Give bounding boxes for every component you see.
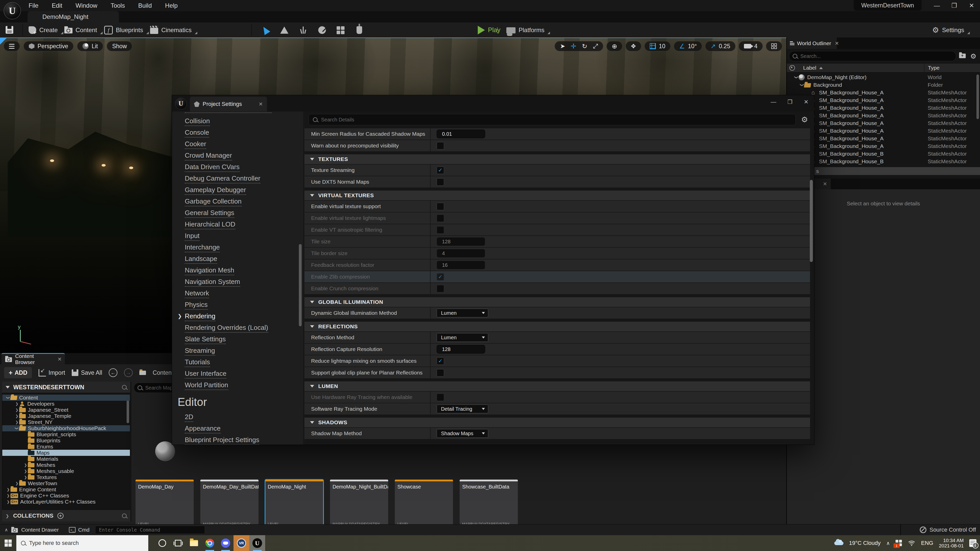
settings-nav-item[interactable]: Rendering Overrides (Local) [185, 324, 268, 332]
start-button[interactable] [0, 535, 16, 551]
settings-nav-item[interactable]: Blueprint Project Settings [185, 436, 259, 444]
checkbox[interactable] [437, 203, 444, 210]
asset-tile[interactable]: ShowcaseLEVEL [395, 480, 453, 528]
tree-row[interactable]: Blueprint_scripts [2, 431, 130, 437]
weather-icon[interactable] [834, 541, 843, 545]
input-indicator-icon[interactable]: 1 [896, 540, 902, 546]
dropdown[interactable]: Shadow Maps [437, 429, 488, 438]
source-control-status[interactable]: Source Control Off [920, 527, 976, 533]
console-command-input[interactable] [99, 527, 202, 533]
number-input[interactable]: 128 [437, 237, 485, 246]
outliner-settings-icon[interactable]: ⚙ [970, 52, 977, 60]
content-button[interactable]: Content [64, 22, 103, 38]
outliner-column-header[interactable]: Label Type [787, 63, 980, 73]
checkbox[interactable] [437, 142, 444, 149]
close-tab-icon[interactable]: ✕ [57, 356, 62, 362]
tree-row[interactable]: ❯Japanese_Temple [2, 413, 130, 419]
settings-nav-item[interactable]: Interchange [185, 243, 220, 251]
scale-tool-icon[interactable]: ⤢ [593, 42, 598, 50]
mesh-paint-mode-icon[interactable] [318, 25, 327, 35]
settings-nav-item[interactable]: Navigation Mesh [185, 266, 234, 274]
breadcrumb-item[interactable]: Content [153, 369, 173, 376]
settings-section-header[interactable]: TEXTURES [304, 154, 810, 164]
outliner-row[interactable]: ⌂SM_Background_House_AStaticMeshActor [787, 127, 980, 135]
minimize-button[interactable]: — [933, 2, 941, 9]
dialog-close-button[interactable]: ✕ [804, 99, 808, 105]
settings-row[interactable]: Enable Zlib compression✓ [304, 271, 810, 283]
checkbox[interactable] [437, 214, 444, 222]
tree-row[interactable]: ❯Meshes_usable [2, 468, 130, 474]
expander-icon[interactable]: ❯ [6, 395, 10, 400]
tree-row[interactable]: ❯SuburbNeighborhoodHousePack [2, 425, 130, 431]
menu-item-help[interactable]: Help [165, 2, 178, 9]
settings-nav-item[interactable]: User Interface [185, 370, 226, 378]
tree-row[interactable]: ❯C++ActorLayerUtilities C++ Classes [2, 499, 130, 505]
settings-nav-item[interactable]: Data Driven CVars [185, 163, 240, 171]
foliage-mode-icon[interactable] [299, 25, 308, 35]
file-explorer-button[interactable] [186, 535, 202, 551]
taskbar-clock[interactable]: 10:34 AM 2021-08-01 [939, 538, 964, 548]
number-input[interactable]: 128 [437, 345, 485, 354]
select-tool-icon[interactable]: ➤ [560, 43, 565, 50]
checkbox[interactable] [437, 369, 444, 376]
settings-row[interactable]: Tile size128 [304, 236, 810, 247]
outliner-search-input[interactable] [800, 53, 953, 59]
transform-tools-group[interactable]: ➤ ✛ ↻ ⤢ [555, 41, 603, 51]
outliner-row[interactable]: ⌂SM_Background_House_BStaticMeshActor [787, 150, 980, 158]
settings-section-header[interactable]: SHADOWS [304, 418, 810, 427]
settings-nav-item[interactable]: Hierarchical LOD [185, 221, 235, 228]
camera-speed-button[interactable]: 4 [738, 41, 763, 51]
rotation-snap-button[interactable]: ∠ 10° [674, 41, 702, 51]
collections-search-icon[interactable] [122, 513, 127, 518]
settings-section-header[interactable]: LUMEN [304, 381, 810, 391]
settings-nav-item[interactable]: Crowd Manager [185, 151, 232, 159]
asset-tile[interactable]: DemoMap_NightLEVEL [265, 480, 323, 528]
blueprints-button[interactable]: f Blueprints [104, 22, 149, 38]
expander-icon[interactable]: ❯ [14, 408, 19, 412]
dialog-minimize-button[interactable]: — [771, 99, 776, 105]
cortana-button[interactable] [154, 535, 170, 551]
close-tab-icon[interactable]: ✕ [259, 101, 263, 107]
tree-row[interactable]: Blueprints [2, 437, 130, 444]
tree-row[interactable]: ❯Textures [2, 474, 130, 480]
project-settings-tab[interactable]: Project Settings ✕ [190, 97, 267, 111]
language-indicator[interactable]: ENG [921, 540, 933, 546]
forward-button[interactable]: → [124, 368, 133, 377]
settings-row[interactable]: Enable virtual texture lightmaps [304, 213, 810, 224]
tree-row[interactable]: ❯Meshes [2, 462, 130, 468]
world-local-toggle[interactable]: ⊕ [606, 41, 622, 51]
cmd-button[interactable]: >_ Cmd [69, 527, 89, 533]
settings-nav-item[interactable]: General Settings [185, 209, 234, 217]
checkbox[interactable] [437, 178, 444, 186]
outliner-row[interactable]: ⌂SM_Background_House_AStaticMeshActor [787, 89, 980, 97]
chrome-button[interactable] [202, 535, 218, 551]
task-view-button[interactable] [170, 535, 186, 551]
tree-header[interactable]: WESTERNDESERTTOWN [2, 382, 130, 393]
outliner-row[interactable]: ⌂SM_Background_House_AStaticMeshActor [787, 142, 980, 150]
viewport-options-button[interactable] [3, 41, 20, 51]
dropdown[interactable]: Detail Tracing [437, 405, 488, 413]
number-input[interactable]: 4 [437, 249, 485, 258]
tree-row[interactable]: ❯WesterTown [2, 480, 130, 486]
save-icon[interactable] [6, 26, 13, 34]
checkbox[interactable]: ✓ [437, 357, 444, 365]
platforms-button[interactable]: Platforms [506, 22, 550, 38]
settings-nav-item[interactable]: Collision [185, 117, 210, 125]
content-drawer-button[interactable]: ∧ Content Drawer [5, 527, 59, 533]
settings-row[interactable]: Reflection Capture Resolution128 [304, 344, 810, 355]
settings-nav-item[interactable]: Network [185, 289, 209, 297]
outliner-search-box[interactable] [789, 51, 956, 61]
expander-icon[interactable]: ❯ [23, 463, 28, 467]
expander-icon[interactable]: ❯ [14, 420, 19, 424]
checkbox[interactable] [437, 285, 444, 292]
expander-icon[interactable]: ❯ [15, 426, 19, 430]
asset-tile[interactable]: DemoMap_Day_BuiltDataMAPBUILDDATAREGISTR… [200, 480, 259, 528]
settings-nav-item[interactable]: Streaming [185, 347, 215, 354]
outliner-row[interactable]: ⌂SM_Background_House_AStaticMeshActor [787, 119, 980, 127]
asset-tile[interactable]: DemoMap_DayLEVEL [135, 480, 194, 528]
outliner-row[interactable]: ⌂SM_Background_House_AStaticMeshActor [787, 135, 980, 142]
tree-row[interactable]: Enums [2, 444, 130, 450]
tree-row[interactable]: ❯Content [2, 395, 130, 401]
settings-nav-item[interactable]: World Partition [185, 381, 228, 389]
asset-tile[interactable]: DemoMap_Night_BuiltDataMAPBUILDDATAREGIS… [330, 480, 388, 528]
